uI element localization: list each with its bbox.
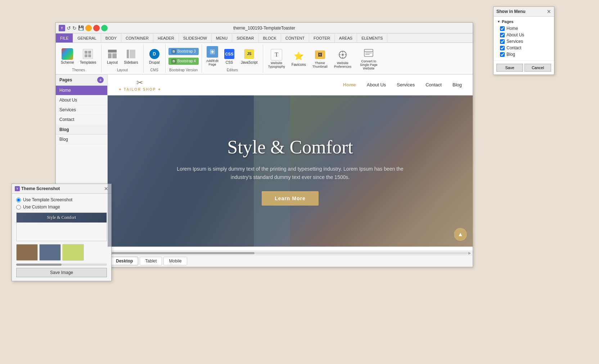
use-template-screenshot-option[interactable]: Use Template Screenshot: [16, 197, 107, 202]
use-custom-radio[interactable]: [16, 205, 21, 210]
add-page-button[interactable]: +: [97, 77, 104, 83]
sim-check-blog[interactable]: [500, 52, 505, 57]
menu-blog[interactable]: Blog: [452, 82, 462, 87]
menu-contact[interactable]: Contact: [425, 82, 442, 87]
theme-screenshot-dialog: T Theme Screenshot ✕ Use Template Screen…: [12, 184, 112, 281]
use-custom-image-option[interactable]: Use Custom Image: [16, 205, 107, 210]
tab-body[interactable]: BODY: [101, 33, 121, 42]
sim-cancel-button[interactable]: Cancel: [524, 64, 551, 72]
ribbon-group-editors: Add/EditPage CSS CSS JS JavaScript Edito…: [202, 44, 263, 73]
website-nav: ✂ ✦ TAILOR SHOP ✦ Home About Us Services…: [108, 75, 473, 95]
tab-general[interactable]: GENERAL: [73, 33, 101, 42]
view-tab-mobile[interactable]: Mobile: [163, 257, 187, 265]
svg-point-13: [342, 54, 344, 56]
tab-menu[interactable]: MENU: [212, 33, 232, 42]
scroll-right-button[interactable]: ▶: [468, 251, 471, 255]
scheme-button[interactable]: Scheme: [59, 47, 76, 66]
page-item-home[interactable]: Home: [56, 86, 107, 95]
page-item-about[interactable]: About Us: [56, 95, 107, 105]
show-in-menu-body: Pages Home About Us Services Contact Blo…: [494, 17, 554, 60]
tab-file[interactable]: FILE: [56, 33, 73, 42]
sim-page-services[interactable]: Services: [497, 38, 550, 45]
templates-button[interactable]: Templates: [78, 47, 99, 66]
website-logo: ✂ ✦ TAILOR SHOP ✦: [118, 78, 161, 91]
sim-check-services[interactable]: [500, 39, 505, 44]
save-icon[interactable]: 💾: [78, 25, 84, 31]
sim-check-home[interactable]: [500, 26, 505, 31]
add-edit-label: Add/EditPage: [206, 59, 219, 66]
add-edit-page-button[interactable]: Add/EditPage: [205, 45, 220, 68]
sidebars-label: Sidebars: [124, 60, 138, 64]
menu-about[interactable]: About Us: [367, 82, 386, 87]
sim-page-about[interactable]: About Us: [497, 32, 550, 38]
templates-label: Templates: [80, 60, 96, 64]
tab-content[interactable]: CONTENT: [281, 33, 309, 42]
theme-thumbnail-button[interactable]: 🖼 ThemeThumbnail: [310, 48, 330, 70]
sim-check-contact[interactable]: [500, 46, 505, 50]
favicons-button[interactable]: ⭐ Favicons: [289, 49, 308, 68]
layout-items: Layout Sidebars: [104, 44, 140, 68]
tab-block[interactable]: BLOCK: [259, 33, 281, 42]
hero-learn-more-button[interactable]: Learn More: [262, 191, 318, 206]
page-item-services[interactable]: Services: [56, 105, 107, 115]
sim-page-contact[interactable]: Contact: [497, 45, 550, 51]
website-preview-inner: ✂ ✦ TAILOR SHOP ✦ Home About Us Services…: [108, 75, 473, 251]
tab-container[interactable]: CONTAINER: [121, 33, 153, 42]
sim-page-home[interactable]: Home: [497, 25, 550, 32]
convert-button[interactable]: Convert to Single Page Website: [356, 46, 382, 72]
theme-thumbnail-label: ThemeThumbnail: [312, 61, 328, 68]
typography-label: WebsiteTypography: [268, 61, 285, 68]
scroll-up-arrow[interactable]: ▲: [454, 228, 467, 241]
css-label: CSS: [226, 60, 233, 64]
ribbon-group-website: T WebsiteTypography ⭐ Favicons 🖼 ThemeTh…: [263, 44, 385, 73]
javascript-button[interactable]: JS JavaScript: [239, 47, 260, 66]
undo-icon[interactable]: ↺: [67, 25, 71, 31]
thumbnail-1: [16, 244, 38, 261]
sim-actions: Save Cancel: [494, 60, 554, 75]
css-button[interactable]: CSS CSS: [221, 47, 237, 66]
show-in-menu-close-button[interactable]: ✕: [547, 9, 551, 14]
screenshot-preview-content: Style & Comfort: [17, 213, 107, 241]
drupal-button[interactable]: D Drupal: [147, 47, 162, 66]
dialog-scrollbar-thumb: [16, 264, 62, 266]
sidebar-header: Pages +: [56, 75, 107, 86]
blog-section: Blog: [56, 125, 107, 135]
page-item-blog[interactable]: Blog: [56, 135, 107, 144]
menu-services[interactable]: Services: [397, 82, 415, 87]
sim-save-button[interactable]: Save: [496, 64, 523, 72]
green-dot: [101, 25, 108, 31]
blog-section-label: Blog: [59, 127, 69, 132]
menu-home[interactable]: Home: [343, 82, 356, 87]
website-preferences-button[interactable]: WebsitePreferences: [332, 48, 354, 70]
typography-button[interactable]: T WebsiteTypography: [266, 48, 287, 70]
page-item-contact[interactable]: Contact: [56, 115, 107, 125]
view-tabs: Desktop Tablet Mobile: [108, 255, 473, 267]
sim-page-blog[interactable]: Blog: [497, 51, 550, 58]
close-dot[interactable]: [93, 25, 100, 31]
sim-check-about[interactable]: [500, 33, 505, 37]
layout-button[interactable]: Layout: [104, 47, 120, 66]
view-tab-desktop[interactable]: Desktop: [111, 257, 138, 265]
app-icon: T: [59, 25, 65, 31]
tab-header[interactable]: HEADER: [153, 33, 179, 42]
scrollbar-track[interactable]: [112, 252, 468, 254]
preview-icon[interactable]: [85, 25, 92, 31]
bootstrap3-button[interactable]: B Bootstrap 3: [168, 48, 199, 55]
save-image-button[interactable]: Save Image: [16, 268, 107, 277]
bootstrap4-button[interactable]: B Bootstrap 4: [168, 58, 199, 65]
tab-sidebar[interactable]: SIDEBAR: [232, 33, 258, 42]
hero-section: Style & Comfort Lorem Ipsum is simply du…: [108, 95, 473, 247]
view-tab-tablet[interactable]: Tablet: [140, 257, 162, 265]
dialog-scrollbar[interactable]: [16, 264, 107, 266]
tab-areas[interactable]: AREAS: [335, 33, 357, 42]
scheme-label: Scheme: [61, 60, 74, 64]
tab-footer[interactable]: FOOTER: [309, 33, 335, 42]
theme-screenshot-title: T Theme Screenshot: [15, 186, 60, 191]
cms-items: D Drupal: [147, 44, 162, 68]
use-template-radio[interactable]: [16, 198, 21, 202]
redo-icon[interactable]: ↻: [72, 25, 77, 31]
tab-slideshow[interactable]: SLIDESHOW: [179, 33, 212, 42]
tab-elements[interactable]: ELEMENTS: [357, 33, 387, 42]
sidebars-button[interactable]: Sidebars: [122, 47, 140, 66]
thumbnail-2: [39, 244, 61, 261]
